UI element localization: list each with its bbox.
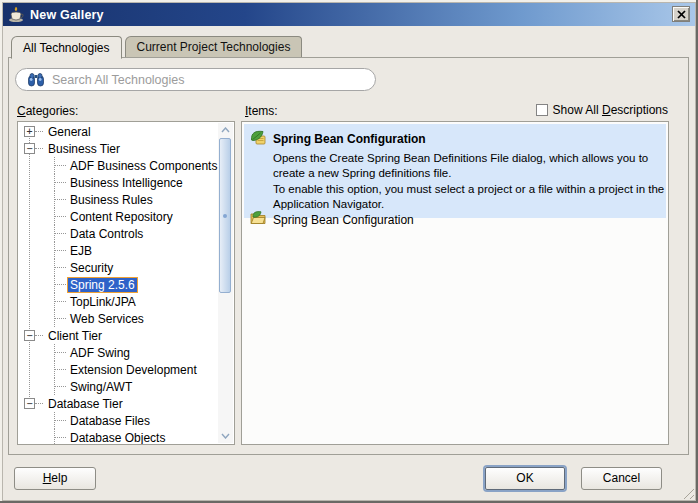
tree-node[interactable]: ADF Swing [18, 344, 218, 361]
tree-node-label: Business Rules [67, 192, 156, 208]
selected-item-description-1: Opens the Create Spring Bean Definitions… [273, 151, 669, 180]
show-all-descriptions-checkbox[interactable] [536, 104, 548, 116]
tree-node-label: Data Controls [67, 226, 146, 242]
tree-expander-icon[interactable]: + [24, 126, 35, 137]
tree-node[interactable]: Business Intelligence [18, 174, 218, 191]
tree-node[interactable]: Extension Development [18, 361, 218, 378]
help-button[interactable]: Help [14, 467, 96, 490]
search-binoculars-icon [27, 72, 45, 92]
tree-node-label: Database Tier [45, 396, 126, 412]
tree-node-label: Swing/AWT [67, 379, 135, 395]
items-label-rest: tems: [248, 104, 277, 118]
tab-current-project-technologies[interactable]: Current Project Technologies [125, 36, 303, 57]
spring-bean-new-icon [250, 129, 266, 149]
tree-node[interactable]: ADF Business Components [18, 157, 218, 174]
tree-node[interactable]: Web Services [18, 310, 218, 327]
categories-tree: + General − Business Tier ADF Business C… [18, 123, 218, 445]
tree-node[interactable]: − Database Tier [18, 395, 218, 412]
tree-node[interactable]: − Client Tier [18, 327, 218, 344]
show-all-descriptions-control[interactable]: Show All Descriptions [536, 103, 668, 117]
tree-node-label: Content Repository [67, 209, 176, 225]
tab-all-technologies[interactable]: All Technologies [11, 36, 122, 59]
tree-node[interactable]: + General [18, 123, 218, 140]
tree-node[interactable]: Security [18, 259, 218, 276]
tree-node[interactable]: Database Files [18, 412, 218, 429]
tree-node-label: Business Intelligence [67, 175, 186, 191]
tree-expander-icon[interactable]: − [24, 398, 35, 409]
window-title: New Gallery [30, 8, 104, 22]
tree-node-label: ADF Business Components [67, 158, 220, 174]
gallery-item-label: Spring Bean Configuration [273, 213, 414, 227]
show-all-descriptions-label: Show All Descriptions [553, 103, 668, 117]
tree-node-label: Database Files [67, 413, 153, 429]
tree-node[interactable]: Swing/AWT [18, 378, 218, 395]
tree-node-label: Business Tier [45, 141, 123, 157]
tree-node-label: Security [67, 260, 116, 276]
ok-button[interactable]: OK [485, 467, 565, 490]
scrollbar-thumb[interactable] [219, 138, 231, 293]
tree-node-label: General [45, 124, 94, 140]
search-input[interactable] [52, 71, 362, 89]
tree-node[interactable]: − Business Tier [18, 140, 218, 157]
close-button[interactable] [672, 6, 690, 22]
items-label: Items: [245, 104, 278, 118]
tree-node[interactable]: EJB [18, 242, 218, 259]
spring-bean-folder-icon [250, 210, 266, 229]
tree-node[interactable]: Business Rules [18, 191, 218, 208]
new-gallery-dialog: New Gallery All Technologies Current Pro… [0, 0, 698, 503]
tree-node-label: EJB [67, 243, 95, 259]
selected-item-title: Spring Bean Configuration [273, 132, 426, 146]
selected-gallery-item[interactable]: Spring Bean Configuration Opens the Crea… [244, 124, 666, 218]
categories-label-rest: ategories: [26, 104, 79, 118]
scroll-up-icon[interactable] [218, 123, 233, 137]
tab-content-panel: Categories: Items: Show All Descriptions… [8, 57, 689, 455]
tree-node[interactable]: TopLink/JPA [18, 293, 218, 310]
gallery-item[interactable]: Spring Bean Configuration [244, 207, 666, 232]
categories-label-accel: C [17, 104, 26, 118]
scroll-down-icon[interactable] [218, 429, 233, 443]
tab-strip: All Technologies Current Project Technol… [11, 34, 302, 58]
close-icon [677, 10, 686, 19]
tree-expander-icon[interactable]: − [24, 143, 35, 154]
tree-node[interactable]: Data Controls [18, 225, 218, 242]
resize-grip[interactable] [681, 486, 694, 499]
tree-node[interactable]: Database Objects [18, 429, 218, 445]
jdeveloper-app-icon [8, 6, 25, 23]
tree-node[interactable]: Spring 2.5.6 [18, 276, 218, 293]
tree-node-label: Web Services [67, 311, 147, 327]
tree-node-label: Client Tier [45, 328, 105, 344]
tree-node[interactable]: Content Repository [18, 208, 218, 225]
tree-node-label: Extension Development [67, 362, 200, 378]
tree-scrollbar[interactable] [218, 123, 233, 443]
tree-node-label: ADF Swing [67, 345, 133, 361]
tree-node-label: TopLink/JPA [67, 294, 139, 310]
items-panel: Spring Bean Configuration Opens the Crea… [241, 121, 669, 445]
cancel-button[interactable]: Cancel [581, 467, 662, 490]
categories-tree-panel: + General − Business Tier ADF Business C… [17, 121, 235, 445]
search-box[interactable] [15, 68, 376, 91]
categories-label: Categories: [17, 104, 78, 118]
titlebar[interactable]: New Gallery [3, 3, 695, 26]
tree-node-label: Database Objects [67, 430, 168, 446]
tree-node-label: Spring 2.5.6 [67, 277, 138, 293]
tree-expander-icon[interactable]: − [24, 330, 35, 341]
